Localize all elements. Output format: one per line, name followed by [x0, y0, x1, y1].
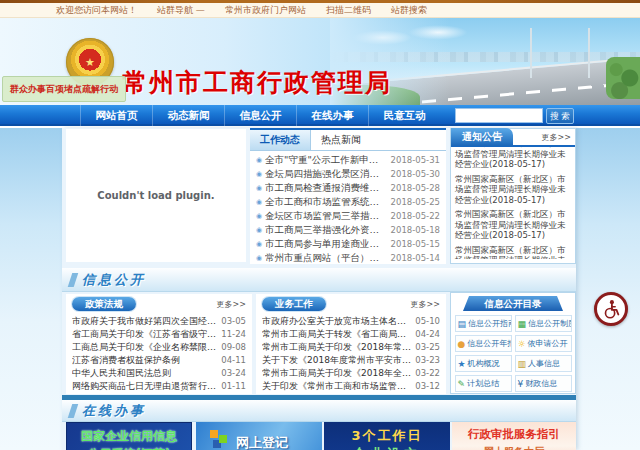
- policy-item[interactable]: 中华人民共和国民法总则 03-24: [72, 367, 246, 380]
- policy-item[interactable]: 江苏省消费者权益保护条例 04-11: [72, 354, 246, 367]
- news-date: 2018-05-30: [391, 169, 440, 179]
- news-item[interactable]: ◉ 市工商局检查通报消费维权工作优化消 2018-05-28: [256, 181, 440, 195]
- notice-item[interactable]: 常州国家高新区（新北区）市场监督管理局清理长期停业未经营企业(2018-05-1…: [455, 147, 571, 170]
- topbar-link[interactable]: 欢迎您访问本网站！: [56, 4, 137, 17]
- policy-item[interactable]: 市政府关于我市做好第四次全国经济普查工作的通知 03-05: [72, 315, 246, 328]
- news-item[interactable]: ◉ 金坛区市场监管局三举措推进"个转企" 2018-05-22: [256, 209, 440, 223]
- section-title-info: 信息公开: [82, 271, 146, 289]
- tab-notices[interactable]: 通知公告: [451, 128, 513, 146]
- business-item[interactable]: 市政府办公室关于放宽市场主体名称和登记条件实行名称 05-10: [262, 315, 440, 328]
- business-item[interactable]: 常州市工商局关于印发《2018年常州市工商和市场监管 03-25: [262, 341, 440, 354]
- directory-item-label: 信息公开制度: [528, 318, 571, 329]
- policy-item-title: 中华人民共和国民法总则: [72, 367, 217, 380]
- band-notch: [68, 404, 79, 418]
- business-item-date: 03-22: [415, 367, 440, 380]
- news-item[interactable]: ◉ 全市工商和市场监管系统消费维权工作 2018-05-25: [256, 195, 440, 209]
- business-more-link[interactable]: 更多>>: [411, 299, 440, 310]
- policy-item[interactable]: 网络购买商品七日无理由退货暂行办法 01-11: [72, 380, 246, 393]
- plugin-error-text: Couldn't load plugin.: [97, 190, 214, 201]
- policy-item-date: 01-11: [221, 380, 246, 393]
- directory-item-icon: ¥: [518, 379, 524, 389]
- nav-item[interactable]: 在线办事: [296, 105, 368, 126]
- news-list: ◉ 全市"守重"公示工作新申报企业培训 2018-05-31 ◉ 金坛局四措施强…: [250, 151, 446, 265]
- news-item[interactable]: ◉ 全市"守重"公示工作新申报企业培训 2018-05-31: [256, 153, 440, 167]
- directory-button[interactable]: ● 信息公开年报: [455, 335, 512, 352]
- business-item[interactable]: 常州市工商局关于转发《省工商局关于印发<全省工商局 04-24: [262, 328, 440, 341]
- directory-button[interactable]: ▤ 信息公开指南: [455, 315, 512, 332]
- emblem-star-icon: ★: [85, 57, 95, 68]
- business-item[interactable]: 关于印发《常州市工商和市场监管部门个体私营企业 03-12: [262, 380, 440, 393]
- business-item[interactable]: 关于下发《2018年度常州市平安市场创建活动工作方案 03-23: [262, 354, 440, 367]
- search-input[interactable]: [455, 108, 543, 123]
- news-title: 常州市重点网站（平台）和微信公众号: [265, 252, 386, 265]
- business-list: 市政府办公室关于放宽市场主体名称和登记条件实行名称 05-10 常州市工商局关于…: [256, 314, 446, 393]
- notice-item[interactable]: 常州国家高新区（新北区）市场监督管理局清理长期停业未经营企业(2018-05-1…: [455, 245, 571, 260]
- nav-item[interactable]: 民意互动: [368, 105, 440, 126]
- policy-item-title: 市政府关于我市做好第四次全国经济普查工作的通知: [72, 315, 217, 328]
- directory-button[interactable]: ▦ 信息公开制度: [515, 315, 572, 332]
- notices-more-link[interactable]: 更多>>: [542, 132, 571, 143]
- notice-item[interactable]: 常州国家高新区（新北区）市场监督管理局清理长期停业未经营企业(2018-05-1…: [455, 174, 571, 206]
- policy-item-title: 省工商局关于印发《江苏省省级守合同重信用企业公示: [72, 328, 217, 341]
- news-date: 2018-05-15: [391, 239, 440, 249]
- directory-item-icon: ▥: [518, 359, 527, 369]
- business-item-date: 04-24: [415, 328, 440, 341]
- notice-panel: 通知公告 更多>> 常州国家高新区（新北区）市场监督管理局清理长期停业未经营企业…: [450, 128, 576, 264]
- news-item[interactable]: ◉ 市工商局三举措强化外资企业监管与服 2018-05-18: [256, 223, 440, 237]
- nav-item[interactable]: 动态新闻: [152, 105, 224, 126]
- topbar-link[interactable]: 常州市政府门户网站: [225, 4, 306, 17]
- news-date: 2018-05-28: [391, 183, 440, 193]
- news-item[interactable]: ◉ 市工商局参与单用途商业预付卡专项检 2018-05-15: [256, 237, 440, 251]
- directory-button[interactable]: ✎ 计划总结: [455, 375, 512, 392]
- directory-button[interactable]: ★ 机构概况: [455, 355, 512, 372]
- section-title-online: 在线办事: [82, 402, 146, 420]
- directory-item-icon: ▦: [518, 319, 527, 329]
- search-button[interactable]: 搜 索: [546, 108, 574, 124]
- directory-item-icon: ●: [458, 339, 466, 349]
- trees-art: [606, 57, 640, 99]
- banner-approval-service-guide[interactable]: 行政审批服务指引 网上服务大厅: [452, 422, 576, 450]
- directory-button[interactable]: ☼ 依申请公开: [515, 335, 572, 352]
- news-title: 全市"守重"公示工作新申报企业培训: [265, 154, 386, 167]
- policy-item-date: 04-11: [221, 354, 246, 367]
- list-bullet-icon: ◉: [256, 226, 262, 234]
- directory-item-label: 人事信息: [528, 358, 560, 369]
- list-bullet-icon: ◉: [256, 212, 262, 220]
- topbar-link[interactable]: 站群导航 —: [157, 4, 205, 17]
- business-item-title: 常州市工商局关于印发《2018年常州市工商和市场监管: [262, 341, 411, 354]
- tab-hot-news[interactable]: 热点新闻: [311, 130, 371, 150]
- directory-item-label: 信息公开年报: [467, 338, 511, 349]
- banner-3-workdays[interactable]: 3个工作日 企业设立: [324, 422, 450, 450]
- directory-item-icon: ▤: [458, 319, 467, 329]
- directory-button[interactable]: ¥ 财政信息: [515, 375, 572, 392]
- news-item[interactable]: ◉ 常州市重点网站（平台）和微信公众号 2018-05-14: [256, 251, 440, 265]
- business-item[interactable]: 常州市工商局关于印发《2018年全市网络交易监管工作 03-22: [262, 367, 440, 380]
- banner-line2: 网上服务大厅: [452, 445, 576, 450]
- campaign-float-banner[interactable]: 群众办事百项堵点疏解行动: [2, 76, 126, 102]
- banner-online-registration[interactable]: 网上登记: [196, 422, 322, 450]
- policy-item[interactable]: 省工商局关于印发《江苏省省级守合同重信用企业公示 11-24: [72, 328, 246, 341]
- video-plugin-area[interactable]: Couldn't load plugin.: [66, 129, 246, 262]
- news-title: 金坛局四措施强化景区消费维权工作: [265, 168, 386, 181]
- banner-line2: 公示系统(江苏): [67, 446, 191, 450]
- nav-item[interactable]: 信息公开: [224, 105, 296, 126]
- news-title: 全市工商和市场监管系统消费维权工作: [265, 196, 386, 209]
- list-bullet-icon: ◉: [256, 240, 262, 248]
- topbar-link[interactable]: 站群搜索: [391, 4, 427, 17]
- tab-work-trends[interactable]: 工作动态: [250, 130, 311, 150]
- directory-item-label: 财政信息: [525, 378, 557, 389]
- policy-item[interactable]: 工商总局关于印发《企业名称禁限用规则》《企业名称 09-08: [72, 341, 246, 354]
- directory-item-label: 计划总结: [467, 378, 499, 389]
- business-item-date: 03-23: [415, 354, 440, 367]
- wheelchair-icon: [600, 298, 622, 320]
- banner-credit-info-system[interactable]: 国家企业信用信息 公示系统(江苏): [66, 422, 192, 450]
- directory-item-label: 机构概况: [468, 358, 500, 369]
- directory-button[interactable]: ▥ 人事信息: [515, 355, 572, 372]
- topbar-link[interactable]: 扫描二维码: [326, 4, 371, 17]
- notice-item[interactable]: 常州国家高新区（新北区）市场监督管理局清理长期停业未经营企业(2018-05-1…: [455, 209, 571, 241]
- news-item[interactable]: ◉ 金坛局四措施强化景区消费维权工作 2018-05-30: [256, 167, 440, 181]
- news-date: 2018-05-14: [391, 253, 440, 263]
- nav-item[interactable]: 网站首页: [80, 105, 152, 126]
- policy-more-link[interactable]: 更多>>: [217, 299, 246, 310]
- accessibility-widget[interactable]: [594, 292, 628, 326]
